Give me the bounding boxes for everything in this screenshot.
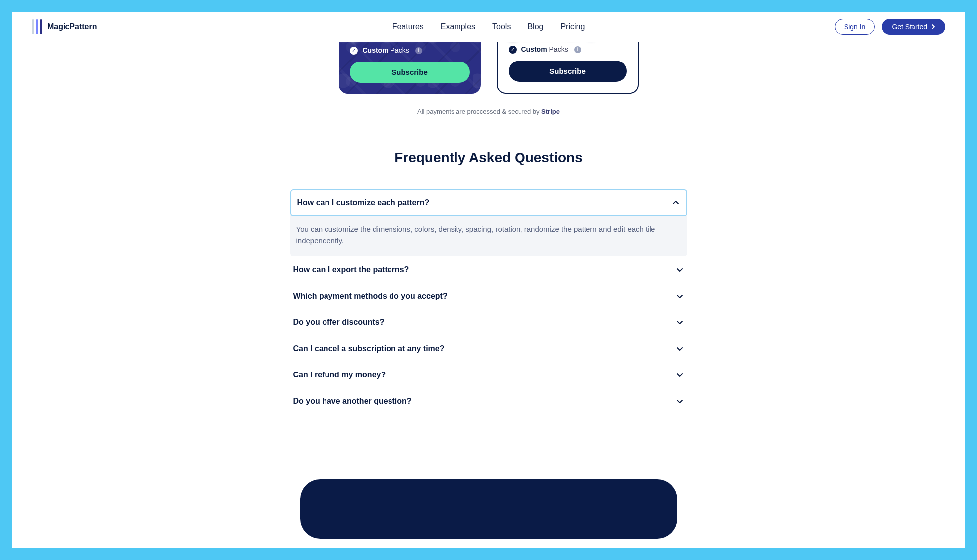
faq-question: How can I export the patterns?	[293, 265, 409, 274]
faq-item: Can I cancel a subscription at any time?	[290, 335, 687, 362]
nav-pricing[interactable]: Pricing	[560, 22, 585, 31]
logo-icon	[32, 19, 42, 34]
plan-feature-text: Custom Packs	[521, 45, 568, 54]
brand-name: MagicPattern	[47, 22, 97, 31]
check-icon: ✓	[350, 47, 358, 55]
subscribe-button-secondary[interactable]: Subscribe	[509, 61, 627, 82]
chevron-down-icon	[675, 397, 684, 406]
faq-item: Which payment methods do you accept?	[290, 283, 687, 309]
faq-toggle[interactable]: Can I cancel a subscription at any time?	[290, 336, 687, 362]
payment-note-text: All payments are proccessed & secured by	[417, 108, 539, 115]
faq-question: Can I cancel a subscription at any time?	[293, 344, 445, 353]
signin-button[interactable]: Sign In	[835, 19, 875, 35]
chevron-up-icon	[671, 198, 680, 207]
subscribe-button-primary[interactable]: Subscribe	[350, 62, 470, 83]
chevron-down-icon	[675, 292, 684, 301]
get-started-button[interactable]: Get Started	[882, 19, 945, 35]
faq-question: Can I refund my money?	[293, 371, 386, 379]
faq-toggle[interactable]: Do you offer discounts?	[290, 310, 687, 335]
info-icon: i	[415, 47, 422, 54]
nav-blog[interactable]: Blog	[527, 22, 543, 31]
payment-note: All payments are proccessed & secured by…	[12, 108, 965, 115]
faq-toggle[interactable]: How can I export the patterns?	[290, 257, 687, 283]
auth-actions: Sign In Get Started	[835, 19, 945, 35]
faq-question: Do you offer discounts?	[293, 318, 385, 327]
faq-title: Frequently Asked Questions	[290, 150, 687, 166]
plan-feature-text: Custom Packs	[363, 46, 409, 55]
check-icon: ✓	[509, 46, 517, 54]
brand[interactable]: MagicPattern	[32, 19, 97, 34]
plan-feature: ✓ Custom Packs i	[509, 45, 627, 54]
faq-item: How can I customize each pattern? You ca…	[290, 189, 687, 256]
faq-question: How can I customize each pattern?	[297, 198, 430, 207]
nav-tools[interactable]: Tools	[492, 22, 511, 31]
plan-feature: ✓ Custom Packs i	[350, 46, 470, 55]
footer-cta-banner[interactable]	[300, 479, 677, 539]
chevron-down-icon	[675, 318, 684, 327]
nav-examples[interactable]: Examples	[441, 22, 475, 31]
get-started-label: Get Started	[892, 23, 927, 31]
faq-item: Do you have another question?	[290, 388, 687, 414]
faq-question: Do you have another question?	[293, 397, 412, 406]
stripe-brand: Stripe	[541, 108, 560, 115]
faq-question: Which payment methods do you accept?	[293, 292, 448, 301]
faq-toggle[interactable]: Which payment methods do you accept?	[290, 283, 687, 309]
faq-toggle[interactable]: Do you have another question?	[290, 388, 687, 414]
top-nav: MagicPattern Features Examples Tools Blo…	[12, 12, 965, 42]
faq-item: Can I refund my money?	[290, 362, 687, 388]
faq-item: Do you offer discounts?	[290, 309, 687, 335]
chevron-down-icon	[675, 344, 684, 353]
info-icon: i	[574, 46, 581, 53]
primary-nav: Features Examples Tools Blog Pricing	[392, 22, 585, 31]
chevron-down-icon	[675, 265, 684, 274]
faq-toggle[interactable]: Can I refund my money?	[290, 362, 687, 388]
chevron-right-icon	[930, 24, 936, 30]
faq-toggle[interactable]: How can I customize each pattern?	[290, 189, 687, 216]
nav-features[interactable]: Features	[392, 22, 424, 31]
faq-item: How can I export the patterns?	[290, 256, 687, 283]
faq-answer: You can customize the dimensions, colors…	[290, 216, 687, 256]
chevron-down-icon	[675, 371, 684, 379]
faq-section: Frequently Asked Questions How can I cus…	[285, 150, 692, 434]
